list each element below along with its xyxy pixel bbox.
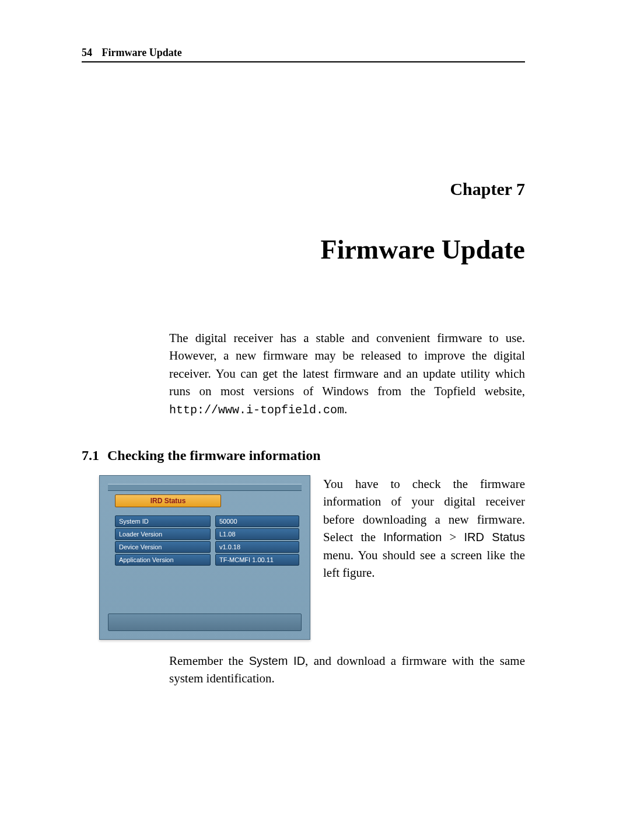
page-number: 54 xyxy=(82,47,92,58)
ird-status-screenshot: IRD Status System ID 50000 Loader Versio… xyxy=(99,475,310,640)
field-label: Application Version xyxy=(115,554,211,566)
running-title: Firmware Update xyxy=(102,47,182,58)
website-link[interactable]: http://www.i-topfield.com xyxy=(169,403,344,417)
chapter-label: Chapter 7 xyxy=(82,179,525,199)
field-value: v1.0.18 xyxy=(215,541,299,553)
intro-text-end: . xyxy=(344,402,347,416)
screenshot-topbar xyxy=(108,484,302,491)
table-row: Loader Version L1.08 xyxy=(115,528,299,540)
system-id-term: System ID xyxy=(249,654,305,667)
section-title: Checking the firmware information xyxy=(107,448,321,463)
side-paragraph: You have to check the firmware informati… xyxy=(323,475,525,640)
side-text-end: menu. You should see a screen like the l… xyxy=(323,548,525,580)
field-label: Loader Version xyxy=(115,528,211,540)
menu-path-part: IRD Status xyxy=(464,531,525,543)
screenshot-fields: System ID 50000 Loader Version L1.08 Dev… xyxy=(115,515,299,567)
field-label: System ID xyxy=(115,515,211,527)
manual-page: 54 Firmware Update Chapter 7 Firmware Up… xyxy=(0,0,630,840)
screenshot-title-tab: IRD Status xyxy=(115,494,221,507)
closing-paragraph: Remember the System ID, and download a f… xyxy=(169,652,525,688)
table-row: System ID 50000 xyxy=(115,515,299,527)
screenshot-bottom-bar xyxy=(108,614,302,631)
intro-text: The digital receiver has a stable and co… xyxy=(169,331,525,398)
field-value: L1.08 xyxy=(215,528,299,540)
field-label: Device Version xyxy=(115,541,211,553)
closing-a: Remember the xyxy=(169,654,249,668)
figure-row: IRD Status System ID 50000 Loader Versio… xyxy=(99,475,525,640)
field-value: TF-MCMFI 1.00.11 xyxy=(215,554,299,566)
section-heading: 7.1Checking the firmware information xyxy=(82,448,525,463)
menu-path-part: Information xyxy=(383,531,442,543)
intro-paragraph: The digital receiver has a stable and co… xyxy=(169,329,525,419)
table-row: Device Version v1.0.18 xyxy=(115,541,299,553)
running-header: 54 Firmware Update xyxy=(82,47,525,62)
table-row: Application Version TF-MCMFI 1.00.11 xyxy=(115,554,299,566)
field-value: 50000 xyxy=(215,515,299,527)
section-number: 7.1 xyxy=(82,448,99,463)
menu-separator: > xyxy=(442,530,464,544)
chapter-title: Firmware Update xyxy=(82,234,525,265)
